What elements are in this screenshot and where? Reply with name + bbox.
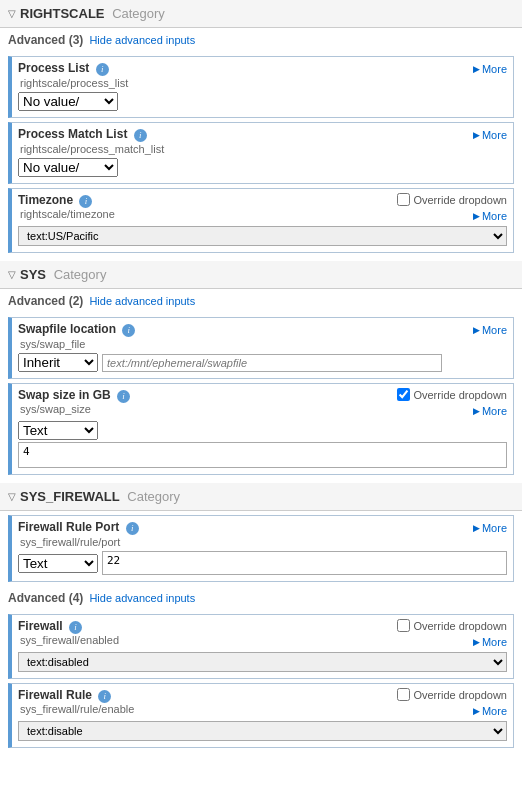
- sys-collapse-icon: ▽: [8, 269, 16, 280]
- process-list-value-row: No value/: [18, 92, 507, 111]
- more-tri-icon2: ▶: [473, 130, 480, 140]
- process-list-block: Process List i ▶ More rightscale/process…: [8, 56, 514, 118]
- swap-size-override-row: Override dropdown: [397, 388, 507, 401]
- timezone-block: Timezone i Override dropdown rightscale/…: [8, 188, 514, 253]
- process-match-list-path: rightscale/process_match_list: [18, 143, 507, 155]
- swapfile-text-input[interactable]: [102, 354, 442, 372]
- firewall-enabled-path-more-row: sys_firewall/enabled ▶ More: [18, 634, 507, 649]
- sys-firewall-collapse-icon: ▽: [8, 491, 16, 502]
- swap-size-path: sys/swap_size: [18, 403, 91, 415]
- swap-size-override-checkbox[interactable]: [397, 388, 410, 401]
- sys-firewall-advanced-label: Advanced (4): [8, 591, 83, 605]
- swap-size-title: Swap size in GB: [18, 388, 111, 402]
- process-match-list-more-link[interactable]: ▶ More: [473, 129, 507, 141]
- swapfile-value-row: Inherit: [18, 353, 507, 372]
- firewall-rule-port-more-link[interactable]: ▶ More: [473, 522, 507, 534]
- more-tri-icon3: ▶: [473, 211, 480, 221]
- timezone-value-row: text:US/Pacific: [18, 226, 507, 246]
- firewall-enabled-info-icon[interactable]: i: [69, 621, 82, 634]
- firewall-rule-enable-override-checkbox[interactable]: [397, 688, 410, 701]
- sys-section: ▽ SYS Category Advanced (2) Hide advance…: [0, 261, 522, 475]
- timezone-override-row: Override dropdown: [397, 193, 507, 206]
- more-tri-icon5: ▶: [473, 406, 480, 416]
- sys-firewall-section-header[interactable]: ▽ SYS_FIREWALL Category: [0, 483, 522, 511]
- swap-size-title-group: Swap size in GB i: [18, 388, 130, 403]
- firewall-rule-enable-info-icon[interactable]: i: [98, 690, 111, 703]
- firewall-enabled-top-row: Firewall i Override dropdown: [18, 619, 507, 634]
- rightscale-section-header[interactable]: ▽ RIGHTSCALE Category: [0, 0, 522, 28]
- process-list-title-group: Process List i: [18, 61, 109, 76]
- rightscale-collapse-icon: ▽: [8, 8, 16, 19]
- firewall-enabled-value-row: text:disabled: [18, 652, 507, 672]
- sys-firewall-section-suffix: Category: [124, 489, 180, 504]
- swapfile-info-icon[interactable]: i: [122, 324, 135, 337]
- firewall-enabled-override-label: Override dropdown: [413, 620, 507, 632]
- sys-hide-link[interactable]: Hide advanced inputs: [89, 295, 195, 307]
- swap-size-textarea[interactable]: 4: [18, 442, 507, 468]
- firewall-rule-port-title-row: Firewall Rule Port i ▶ More: [18, 520, 507, 535]
- firewall-enabled-select[interactable]: text:disabled: [18, 652, 507, 672]
- firewall-rule-enable-block: Firewall Rule i Override dropdown sys_fi…: [8, 683, 514, 748]
- timezone-title-group: Timezone i: [18, 193, 92, 208]
- firewall-enabled-block: Firewall i Override dropdown sys_firewal…: [8, 614, 514, 679]
- process-list-more-link[interactable]: ▶ More: [473, 63, 507, 75]
- process-match-list-title: Process Match List: [18, 127, 127, 141]
- more-tri-icon: ▶: [473, 64, 480, 74]
- swapfile-title: Swapfile location: [18, 322, 116, 336]
- process-match-list-select[interactable]: No value/: [18, 158, 118, 177]
- more-tri-icon6: ▶: [473, 523, 480, 533]
- swap-size-type-select[interactable]: Text: [18, 421, 98, 440]
- firewall-rule-enable-path: sys_firewall/rule/enable: [18, 703, 134, 715]
- firewall-rule-port-type-select[interactable]: Text: [18, 554, 98, 573]
- firewall-rule-enable-select[interactable]: text:disable: [18, 721, 507, 741]
- sys-firewall-section: ▽ SYS_FIREWALL Category Firewall Rule Po…: [0, 483, 522, 748]
- process-list-info-icon[interactable]: i: [96, 63, 109, 76]
- sys-section-header[interactable]: ▽ SYS Category: [0, 261, 522, 289]
- firewall-rule-enable-title: Firewall Rule: [18, 688, 92, 702]
- rightscale-section: ▽ RIGHTSCALE Category Advanced (3) Hide …: [0, 0, 522, 253]
- firewall-enabled-title: Firewall: [18, 619, 63, 633]
- firewall-rule-port-path: sys_firewall/rule/port: [18, 536, 507, 548]
- timezone-path-more-row: rightscale/timezone ▶ More: [18, 208, 507, 223]
- swapfile-inherit-select[interactable]: Inherit: [18, 353, 98, 372]
- firewall-rule-enable-value-row: text:disable: [18, 721, 507, 741]
- more-tri-icon4: ▶: [473, 325, 480, 335]
- firewall-enabled-more-link[interactable]: ▶ More: [473, 636, 507, 648]
- swap-size-more-link[interactable]: ▶ More: [473, 405, 507, 417]
- firewall-rule-port-input[interactable]: 22: [102, 551, 507, 575]
- firewall-rule-enable-override-row: Override dropdown: [397, 688, 507, 701]
- timezone-path: rightscale/timezone: [18, 208, 115, 220]
- sys-section-name: SYS: [20, 267, 46, 282]
- timezone-select[interactable]: text:US/Pacific: [18, 226, 507, 246]
- firewall-rule-port-block: Firewall Rule Port i ▶ More sys_firewall…: [8, 515, 514, 582]
- sys-firewall-advanced-bar: Advanced (4) Hide advanced inputs: [0, 586, 522, 610]
- rightscale-section-name: RIGHTSCALE: [20, 6, 105, 21]
- rightscale-advanced-bar: Advanced (3) Hide advanced inputs: [0, 28, 522, 52]
- firewall-rule-enable-override-label: Override dropdown: [413, 689, 507, 701]
- sys-firewall-hide-link[interactable]: Hide advanced inputs: [89, 592, 195, 604]
- firewall-rule-enable-more-link[interactable]: ▶ More: [473, 705, 507, 717]
- more-tri-icon8: ▶: [473, 706, 480, 716]
- firewall-rule-port-title-group: Firewall Rule Port i: [18, 520, 139, 535]
- firewall-rule-port-info-icon[interactable]: i: [126, 522, 139, 535]
- swapfile-block: Swapfile location i ▶ More sys/swap_file…: [8, 317, 514, 379]
- swap-size-controls-row: Text: [18, 421, 507, 440]
- swapfile-title-group: Swapfile location i: [18, 322, 135, 337]
- more-tri-icon7: ▶: [473, 637, 480, 647]
- process-match-list-info-icon[interactable]: i: [134, 129, 147, 142]
- swap-size-block: Swap size in GB i Override dropdown sys/…: [8, 383, 514, 475]
- sys-firewall-section-name: SYS_FIREWALL: [20, 489, 120, 504]
- timezone-override-checkbox[interactable]: [397, 193, 410, 206]
- rightscale-hide-link[interactable]: Hide advanced inputs: [89, 34, 195, 46]
- firewall-rule-port-value-row: Text 22: [18, 551, 507, 575]
- firewall-enabled-override-checkbox[interactable]: [397, 619, 410, 632]
- timezone-more-link[interactable]: ▶ More: [473, 210, 507, 222]
- swapfile-more-link[interactable]: ▶ More: [473, 324, 507, 336]
- firewall-enabled-override-row: Override dropdown: [397, 619, 507, 632]
- swap-size-override-label: Override dropdown: [413, 389, 507, 401]
- process-list-select[interactable]: No value/: [18, 92, 118, 111]
- firewall-rule-enable-top-row: Firewall Rule i Override dropdown: [18, 688, 507, 703]
- firewall-rule-port-title: Firewall Rule Port: [18, 520, 119, 534]
- swap-size-info-icon[interactable]: i: [117, 390, 130, 403]
- timezone-info-icon[interactable]: i: [79, 195, 92, 208]
